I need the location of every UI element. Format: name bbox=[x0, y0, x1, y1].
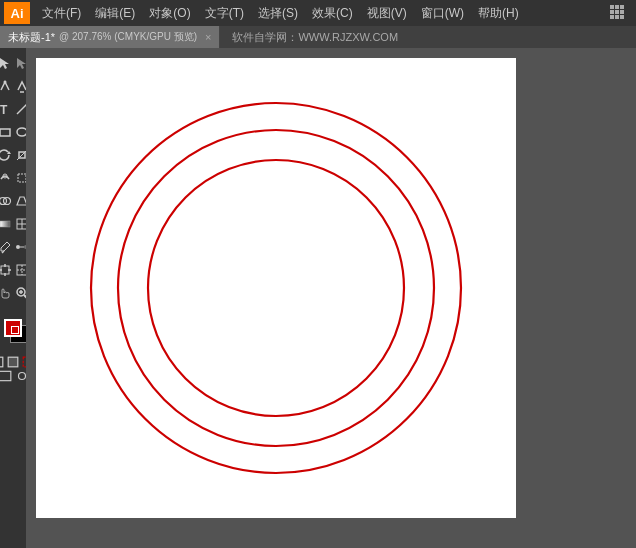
svg-rect-33 bbox=[1, 266, 9, 274]
circle-outer bbox=[91, 103, 461, 473]
free-transform-tool[interactable] bbox=[14, 167, 27, 189]
tab-info: @ 207.76% (CMYK/GPU 预览) bbox=[59, 30, 197, 44]
zoom-tool[interactable] bbox=[14, 282, 27, 304]
hand-tool[interactable] bbox=[0, 282, 13, 304]
menu-text[interactable]: 文字(T) bbox=[199, 3, 250, 24]
svg-rect-25 bbox=[0, 221, 10, 227]
active-fill-swatch[interactable] bbox=[4, 319, 22, 337]
draw-mode-behind[interactable] bbox=[6, 356, 20, 368]
circle-inner bbox=[148, 160, 404, 416]
svg-rect-2 bbox=[620, 5, 624, 9]
tool-row-8 bbox=[0, 213, 26, 235]
watermark-text: 软件自学网：WWW.RJZXW.COM bbox=[232, 30, 398, 45]
svg-rect-6 bbox=[610, 15, 614, 19]
perspective-tool[interactable] bbox=[14, 190, 27, 212]
color-swatches bbox=[0, 309, 26, 353]
blend-tool[interactable] bbox=[14, 236, 27, 258]
menu-object[interactable]: 对象(O) bbox=[143, 3, 196, 24]
svg-rect-48 bbox=[0, 371, 10, 380]
tool-row-2 bbox=[0, 75, 26, 97]
app-logo: Ai bbox=[4, 2, 30, 24]
svg-rect-0 bbox=[610, 5, 614, 9]
svg-rect-3 bbox=[610, 10, 614, 14]
tool-row-3: T bbox=[0, 98, 26, 120]
artwork-canvas bbox=[36, 58, 516, 518]
svg-point-11 bbox=[3, 81, 6, 84]
circle-middle bbox=[118, 130, 434, 446]
direct-selection-tool[interactable] bbox=[14, 52, 27, 74]
tool-row-5 bbox=[0, 144, 26, 166]
svg-rect-21 bbox=[18, 174, 26, 182]
canvas-document bbox=[36, 58, 516, 518]
selection-tool[interactable] bbox=[0, 52, 13, 74]
warp-tool[interactable] bbox=[0, 167, 13, 189]
menu-effect[interactable]: 效果(C) bbox=[306, 3, 359, 24]
tool-row-9 bbox=[0, 236, 26, 258]
document-tab[interactable]: 未标题-1* @ 207.76% (CMYK/GPU 预览) × bbox=[0, 26, 220, 48]
mesh-tool[interactable] bbox=[14, 213, 27, 235]
line-tool[interactable] bbox=[14, 98, 27, 120]
slice-tool[interactable] bbox=[14, 259, 27, 281]
tool-row-7 bbox=[0, 190, 26, 212]
svg-marker-9 bbox=[0, 58, 9, 69]
tab-bar: 未标题-1* @ 207.76% (CMYK/GPU 预览) × 软件自学网：W… bbox=[0, 26, 636, 48]
menu-view[interactable]: 视图(V) bbox=[361, 3, 413, 24]
svg-marker-24 bbox=[17, 197, 27, 205]
menu-file[interactable]: 文件(F) bbox=[36, 3, 87, 24]
shape-builder-tool[interactable] bbox=[0, 190, 13, 212]
pen-tool[interactable] bbox=[0, 75, 13, 97]
tool-row-11 bbox=[0, 282, 26, 304]
add-anchor-tool[interactable] bbox=[14, 75, 27, 97]
svg-rect-8 bbox=[620, 15, 624, 19]
draw-mode-normal[interactable] bbox=[0, 356, 5, 368]
ellipse-tool[interactable] bbox=[14, 121, 27, 143]
svg-text:T: T bbox=[0, 103, 8, 116]
menu-bar: Ai 文件(F) 编辑(E) 对象(O) 文字(T) 选择(S) 效果(C) 视… bbox=[0, 0, 636, 26]
menu-edit[interactable]: 编辑(E) bbox=[89, 3, 141, 24]
svg-rect-4 bbox=[615, 10, 619, 14]
screen-mode-normal[interactable] bbox=[0, 370, 13, 382]
main-layout: T bbox=[0, 48, 636, 548]
screen-mode-full[interactable] bbox=[14, 370, 27, 382]
canvas-area bbox=[26, 48, 636, 548]
svg-point-16 bbox=[17, 128, 27, 136]
rotate-tool[interactable] bbox=[0, 144, 13, 166]
svg-line-14 bbox=[17, 104, 27, 114]
tool-row-6 bbox=[0, 167, 26, 189]
svg-rect-1 bbox=[615, 5, 619, 9]
bottom-tool-area bbox=[0, 356, 26, 382]
scale-tool[interactable] bbox=[14, 144, 27, 166]
svg-rect-15 bbox=[0, 129, 10, 136]
svg-point-30 bbox=[16, 245, 20, 249]
svg-rect-5 bbox=[620, 10, 624, 14]
type-tool[interactable]: T bbox=[0, 98, 13, 120]
svg-rect-46 bbox=[8, 357, 18, 367]
tab-close-button[interactable]: × bbox=[205, 31, 211, 43]
left-toolbar: T bbox=[0, 48, 26, 548]
tab-title: 未标题-1* bbox=[8, 30, 55, 45]
tool-row-10 bbox=[0, 259, 26, 281]
svg-marker-10 bbox=[17, 58, 26, 69]
svg-rect-7 bbox=[615, 15, 619, 19]
gradient-tool[interactable] bbox=[0, 213, 13, 235]
svg-point-49 bbox=[18, 373, 25, 380]
rectangle-tool[interactable] bbox=[0, 121, 13, 143]
menu-select[interactable]: 选择(S) bbox=[252, 3, 304, 24]
svg-rect-45 bbox=[0, 357, 3, 367]
artboard-tool[interactable] bbox=[0, 259, 13, 281]
eyedropper-tool[interactable] bbox=[0, 236, 13, 258]
menu-help[interactable]: 帮助(H) bbox=[472, 3, 525, 24]
tool-row-1 bbox=[0, 52, 26, 74]
menu-window[interactable]: 窗口(W) bbox=[415, 3, 470, 24]
tool-row-4 bbox=[0, 121, 26, 143]
